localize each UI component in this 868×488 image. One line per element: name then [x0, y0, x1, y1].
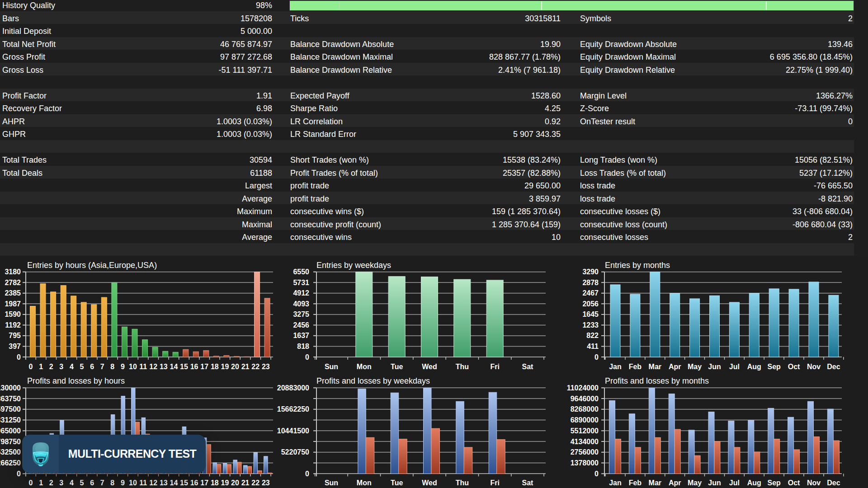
svg-text:818: 818 — [297, 343, 309, 350]
svg-text:19: 19 — [221, 363, 229, 371]
svg-text:Aug: Aug — [747, 479, 761, 487]
svg-text:Profits and losses by hours: Profits and losses by hours — [27, 376, 125, 385]
svg-text:795: 795 — [9, 332, 21, 339]
svg-text:8268000: 8268000 — [571, 405, 599, 413]
svg-text:Sat: Sat — [522, 363, 534, 371]
svg-text:Fri: Fri — [490, 363, 499, 371]
svg-text:Sep: Sep — [768, 363, 781, 371]
svg-text:Wed: Wed — [422, 479, 437, 487]
svg-text:Tue: Tue — [391, 479, 403, 487]
svg-text:17: 17 — [200, 479, 208, 487]
svg-text:Profits and losses by weekdays: Profits and losses by weekdays — [316, 376, 430, 385]
svg-text:2467: 2467 — [582, 289, 599, 297]
svg-text:Mar: Mar — [649, 479, 661, 487]
svg-text:Dec: Dec — [827, 363, 840, 371]
svg-text:Oct: Oct — [788, 479, 800, 487]
svg-text:1863750: 1863750 — [0, 395, 21, 403]
svg-text:8: 8 — [110, 363, 114, 371]
svg-text:Sun: Sun — [325, 479, 338, 487]
svg-text:Profits and losses by months: Profits and losses by months — [605, 376, 709, 385]
svg-text:4093: 4093 — [293, 300, 309, 308]
svg-text:5: 5 — [80, 479, 84, 487]
svg-text:2: 2 — [49, 363, 53, 371]
svg-text:1: 1 — [39, 363, 43, 371]
svg-text:0: 0 — [305, 353, 309, 361]
svg-text:2878: 2878 — [582, 279, 599, 286]
svg-text:Sep: Sep — [768, 479, 781, 487]
svg-text:0: 0 — [29, 479, 33, 487]
svg-text:1: 1 — [39, 479, 43, 487]
svg-text:0: 0 — [17, 470, 21, 478]
svg-text:1645: 1645 — [582, 310, 599, 318]
svg-text:Wed: Wed — [422, 363, 437, 371]
svg-text:23: 23 — [262, 479, 270, 487]
svg-text:532500: 532500 — [0, 448, 21, 456]
svg-text:11024000: 11024000 — [567, 384, 599, 392]
svg-text:15662250: 15662250 — [277, 405, 309, 413]
svg-text:1192: 1192 — [5, 321, 21, 329]
svg-text:5731: 5731 — [293, 279, 309, 286]
svg-text:6550: 6550 — [293, 268, 309, 276]
svg-text:Feb: Feb — [629, 479, 642, 487]
svg-text:Fri: Fri — [490, 479, 499, 487]
svg-text:822: 822 — [586, 332, 599, 339]
svg-text:21: 21 — [241, 479, 250, 487]
svg-text:Mar: Mar — [649, 363, 661, 371]
svg-text:12: 12 — [149, 363, 157, 371]
svg-text:9646000: 9646000 — [571, 395, 599, 403]
svg-text:10: 10 — [129, 479, 137, 487]
svg-text:11: 11 — [139, 363, 147, 371]
svg-text:2: 2 — [49, 479, 53, 487]
svg-text:Entries by months: Entries by months — [605, 261, 670, 270]
svg-text:Jun: Jun — [708, 479, 721, 487]
svg-text:4912: 4912 — [293, 289, 309, 297]
svg-text:1233: 1233 — [582, 321, 599, 329]
svg-text:Dec: Dec — [827, 479, 840, 487]
svg-text:Jun: Jun — [708, 363, 721, 371]
svg-text:6: 6 — [90, 363, 94, 371]
svg-text:Mon: Mon — [357, 363, 372, 371]
svg-text:10: 10 — [129, 363, 137, 371]
svg-text:Tue: Tue — [391, 363, 403, 371]
svg-text:18: 18 — [211, 479, 219, 487]
svg-text:20: 20 — [231, 363, 239, 371]
svg-text:2782: 2782 — [5, 279, 21, 286]
svg-text:23: 23 — [262, 363, 270, 371]
svg-text:Sat: Sat — [522, 479, 534, 487]
svg-text:411: 411 — [587, 343, 599, 350]
svg-text:16: 16 — [190, 363, 198, 371]
svg-text:4: 4 — [70, 479, 74, 487]
svg-text:0: 0 — [17, 353, 21, 361]
svg-text:Entries by weekdays: Entries by weekdays — [316, 261, 391, 270]
svg-text:7: 7 — [100, 479, 104, 487]
svg-text:13: 13 — [160, 363, 168, 371]
svg-text:15: 15 — [180, 479, 188, 487]
svg-text:Nov: Nov — [807, 363, 821, 371]
svg-text:Jan: Jan — [609, 479, 622, 487]
svg-text:12: 12 — [149, 479, 157, 487]
svg-text:10441500: 10441500 — [277, 427, 309, 435]
svg-text:1590: 1590 — [5, 310, 21, 318]
svg-text:1987: 1987 — [5, 300, 21, 308]
svg-text:Oct: Oct — [788, 363, 800, 371]
svg-text:Jul: Jul — [729, 363, 740, 371]
svg-text:14: 14 — [170, 363, 178, 371]
svg-text:8: 8 — [110, 479, 114, 487]
svg-text:17: 17 — [200, 363, 208, 371]
svg-text:Thu: Thu — [456, 479, 469, 487]
svg-text:22: 22 — [251, 479, 259, 487]
svg-text:266250: 266250 — [0, 459, 21, 467]
svg-text:9: 9 — [121, 479, 125, 487]
svg-text:1378000: 1378000 — [571, 459, 599, 467]
svg-text:0: 0 — [305, 470, 309, 478]
svg-text:3180: 3180 — [5, 268, 21, 276]
svg-text:Thu: Thu — [456, 363, 469, 371]
svg-text:0: 0 — [594, 353, 599, 361]
svg-text:Sun: Sun — [325, 363, 338, 371]
svg-text:1597500: 1597500 — [0, 405, 21, 413]
svg-text:May: May — [688, 363, 702, 371]
svg-text:19: 19 — [221, 479, 229, 487]
svg-text:20883000: 20883000 — [277, 384, 309, 392]
svg-text:2385: 2385 — [5, 289, 21, 297]
svg-text:5: 5 — [80, 363, 84, 371]
